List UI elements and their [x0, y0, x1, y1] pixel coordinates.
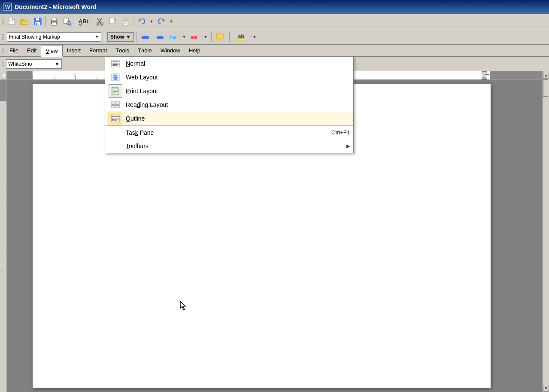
svg-rect-14 [52, 22, 56, 25]
ruler-left-margin [7, 71, 33, 79]
reviewing-toolbar: Final Showing Markup ▼ Show ▼ ▼ ✕ ▼ [0, 29, 549, 45]
track-changes-dropdown[interactable]: ▼ [252, 31, 258, 43]
menu-row-normal[interactable]: Normal [105, 57, 353, 70]
normal-icon [109, 57, 122, 70]
reading-layout-label: Reading Layout [126, 101, 350, 108]
accept-change-button[interactable] [167, 31, 179, 43]
separator-2 [75, 16, 76, 27]
open-button[interactable] [19, 16, 31, 27]
undo-dropdown[interactable]: ▼ [149, 16, 155, 27]
copy-button[interactable] [106, 16, 118, 27]
prev-change-button[interactable] [140, 31, 152, 43]
sep-reviewing-2 [136, 32, 137, 42]
title-bar: W Document2 - Microsoft Word [0, 0, 549, 14]
svg-text:✕: ✕ [192, 35, 196, 40]
reject-dropdown[interactable]: ▼ [203, 31, 209, 43]
svg-rect-7 [21, 21, 28, 24]
menu-file[interactable]: File [5, 45, 23, 56]
menu-bar: File Edit View Insert Format Tools Table… [0, 45, 549, 57]
svg-marker-41 [216, 39, 220, 41]
menu-row-web-layout[interactable]: Web Layout [105, 70, 353, 84]
svg-rect-82 [116, 102, 120, 108]
ruler-corner[interactable]: L [0, 71, 6, 80]
menu-row-outline[interactable]: Outline [105, 112, 353, 125]
svg-rect-64 [482, 77, 486, 79]
outline-icon [109, 112, 122, 125]
redo-dropdown[interactable]: ▼ [168, 16, 174, 27]
svg-rect-25 [109, 18, 114, 24]
svg-rect-40 [216, 33, 223, 39]
svg-point-75 [113, 75, 115, 76]
reviewing-toolbar-grip [2, 34, 4, 40]
tracking-dropdown[interactable]: Final Showing Markup ▼ [7, 32, 101, 42]
svg-rect-81 [111, 102, 115, 108]
print-button[interactable] [48, 16, 60, 27]
outline-label: Outline [126, 115, 350, 122]
vertical-ruler: L - - - - - - - = [0, 71, 7, 392]
print-layout-icon [109, 84, 122, 98]
hourglass-area [478, 71, 491, 80]
normal-label: Normal [126, 60, 350, 67]
format-toolbar-grip [2, 62, 4, 66]
svg-rect-13 [52, 18, 56, 21]
menu-window[interactable]: Window [156, 45, 185, 56]
menu-tools[interactable]: Tools [111, 45, 133, 56]
web-layout-label: Web Layout [126, 74, 350, 81]
svg-text:1: 1 [74, 73, 76, 76]
menu-row-task-pane[interactable]: Task Pane Ctrl+F1 [105, 125, 353, 139]
print-preview-button[interactable] [61, 16, 73, 27]
scroll-up-button[interactable]: ▲ [543, 72, 549, 79]
menu-row-reading-layout[interactable]: Reading Layout [105, 98, 353, 112]
v-ruler-body: - - - - - - - = [0, 80, 6, 392]
next-change-button[interactable] [154, 31, 166, 43]
undo-button[interactable] [136, 16, 148, 27]
save-button[interactable] [32, 16, 44, 27]
vertical-scrollbar[interactable]: ▲ ▼ [542, 71, 549, 392]
svg-text:W: W [5, 4, 10, 10]
paste-button[interactable] [119, 16, 131, 27]
sep-reviewing-4 [229, 32, 230, 42]
svg-rect-9 [36, 18, 39, 21]
menu-format[interactable]: Format [85, 45, 111, 56]
menu-table[interactable]: Table [133, 45, 156, 56]
task-pane-shortcut: Ctrl+F1 [331, 129, 350, 136]
scroll-thumb[interactable] [543, 79, 548, 97]
tracking-label: Final Showing Markup [9, 34, 60, 40]
separator-1 [45, 16, 46, 27]
cut-button[interactable] [94, 16, 106, 27]
redo-button[interactable] [155, 16, 167, 27]
svg-rect-11 [36, 23, 37, 25]
style-dropdown[interactable]: WhiteSmo ▼ [6, 59, 62, 69]
reject-button[interactable]: ✕ [189, 31, 201, 43]
toolbars-submenu-arrow: ▶ [346, 143, 350, 149]
word-icon: W [3, 3, 12, 11]
track-changes-button[interactable]: ab [233, 31, 250, 43]
new-doc-button[interactable] [6, 16, 18, 27]
svg-rect-27 [124, 19, 127, 21]
view-dropdown-menu: Normal Web Layout [105, 57, 354, 153]
menu-help[interactable]: Help [185, 45, 205, 56]
scroll-down-button[interactable]: ▼ [543, 385, 549, 392]
spelling-button[interactable]: ABC [77, 16, 89, 27]
task-pane-icon [109, 126, 122, 140]
menu-view[interactable]: View [41, 45, 62, 57]
style-dropdown-arrow: ▼ [55, 61, 60, 67]
show-button[interactable]: Show ▼ [107, 32, 134, 42]
toolbars-label: Toolbars [126, 143, 340, 149]
window-title: Document2 - Microsoft Word [15, 3, 97, 10]
tracking-dropdown-arrow: ▼ [95, 34, 99, 39]
web-layout-icon [109, 70, 122, 84]
svg-text:ABC: ABC [79, 18, 88, 24]
accept-dropdown[interactable]: ▼ [181, 31, 187, 43]
menu-row-print-layout[interactable]: Print Layout [105, 84, 353, 98]
menu-edit[interactable]: Edit [23, 45, 41, 56]
menu-insert[interactable]: Insert [63, 45, 85, 56]
task-pane-label: Task Pane [126, 129, 328, 136]
toolbars-icon [109, 139, 122, 153]
toolbar-grip [2, 18, 4, 24]
print-layout-label: Print Layout [126, 88, 350, 94]
main-toolbar: ABC ▼ [0, 14, 549, 29]
comment-button[interactable] [215, 31, 227, 43]
ruler-right-margin [491, 71, 542, 79]
menu-row-toolbars[interactable]: Toolbars ▶ [105, 139, 353, 153]
